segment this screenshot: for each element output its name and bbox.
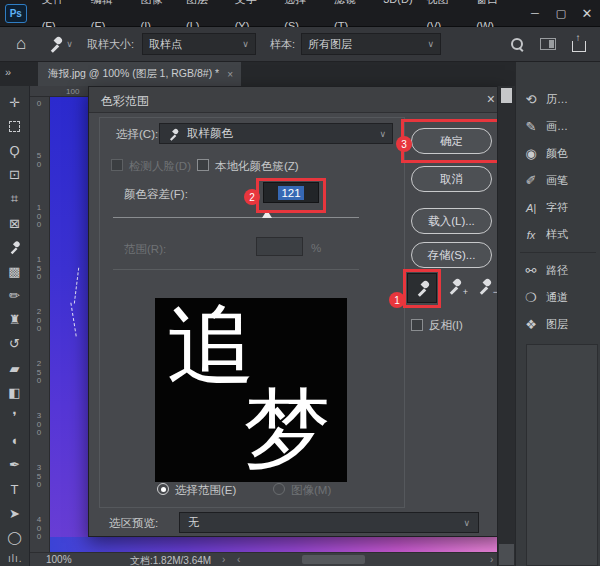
dialog-titlebar[interactable]: 色彩范围 × bbox=[89, 87, 504, 113]
menu-bar: Ps 文件(F)编辑(E)图像(I)图层(L)文字(Y)选择(S)滤镜(T)3D… bbox=[0, 0, 600, 27]
eraser-tool[interactable]: ▰ bbox=[3, 356, 27, 380]
document-tab[interactable]: 海报.jpg @ 100% (图层 1, RGB/8#) * × bbox=[38, 62, 241, 86]
panel-brush-settings[interactable]: ✎画… bbox=[516, 113, 600, 140]
cancel-button[interactable]: 取消 bbox=[411, 166, 492, 192]
panel-brushes[interactable]: ✐画笔 bbox=[516, 167, 600, 194]
invert-label: 反相(I) bbox=[429, 318, 463, 333]
type-tool[interactable]: T bbox=[3, 477, 27, 501]
history-brush-tool[interactable]: ↺ bbox=[3, 332, 27, 356]
clone-stamp-tool[interactable]: ♜ bbox=[3, 308, 27, 332]
canvas[interactable] bbox=[50, 97, 88, 552]
tab-bar: » 海报.jpg @ 100% (图层 1, RGB/8#) * × « bbox=[0, 62, 600, 86]
smudge-tool[interactable]: ❜ bbox=[3, 404, 27, 428]
image-radio-label: 图像(M) bbox=[291, 483, 331, 498]
scrollbar-block[interactable] bbox=[499, 544, 514, 565]
pen-tool[interactable]: ✒ bbox=[3, 453, 27, 477]
sample-size-value: 取样点 bbox=[149, 37, 182, 52]
window-controls: ─ ▢ ✕ bbox=[522, 0, 600, 27]
annotation-step-3: 3 bbox=[396, 136, 412, 152]
invert-checkbox[interactable] bbox=[411, 319, 423, 331]
shape-tool[interactable]: ◯ bbox=[3, 525, 27, 549]
ruler-label: 3 0 0 bbox=[33, 412, 45, 438]
select-label: 选择(C): bbox=[116, 127, 158, 142]
home-icon[interactable]: ⌂ bbox=[16, 34, 26, 54]
panel-styles-icon: fx bbox=[516, 229, 546, 241]
eyedropper-subtract-button[interactable]: − bbox=[477, 279, 492, 294]
selection-preview-value: 无 bbox=[188, 515, 199, 530]
ruler-label: 100 bbox=[66, 87, 79, 96]
panel-layers[interactable]: ❖图层 bbox=[516, 311, 600, 338]
gradient-tool[interactable]: ◧ bbox=[3, 380, 27, 404]
status-bar: 100% 文档:1.82M/3.64M › ‹ › bbox=[30, 552, 497, 566]
ruler-label: 5 0 bbox=[33, 152, 45, 169]
panel-styles-label: 样式 bbox=[546, 227, 568, 242]
scrollbar-thumb[interactable] bbox=[501, 88, 512, 103]
close-button[interactable]: ✕ bbox=[574, 0, 600, 27]
vertical-scrollbar[interactable] bbox=[497, 86, 515, 566]
chevron-right-icon[interactable]: › bbox=[490, 554, 493, 565]
healing-brush-tool[interactable]: ▩ bbox=[3, 259, 27, 283]
load-button[interactable]: 载入(L)... bbox=[411, 208, 492, 234]
chevron-right-icon[interactable]: › bbox=[222, 554, 225, 565]
search-icon[interactable] bbox=[510, 37, 524, 51]
range-unit: % bbox=[311, 242, 321, 254]
crop-tool[interactable]: ⌗ bbox=[3, 187, 27, 211]
panel-styles[interactable]: fx样式 bbox=[516, 221, 600, 248]
panel-color[interactable]: ◉颜色 bbox=[516, 140, 600, 167]
ruler-label: 0 bbox=[33, 100, 45, 109]
eyedropper-tool[interactable] bbox=[3, 235, 27, 259]
selection-radio[interactable] bbox=[157, 483, 169, 495]
frame-tool[interactable]: ⊠ bbox=[3, 211, 27, 235]
lasso-tool[interactable]: Ϙ bbox=[3, 138, 27, 162]
annotation-rect-ok bbox=[401, 119, 500, 163]
marquee-tool[interactable] bbox=[3, 114, 27, 138]
selection-marching-ants bbox=[74, 268, 86, 305]
image-radio[interactable] bbox=[273, 483, 285, 495]
horizontal-scrollbar-thumb[interactable] bbox=[302, 555, 365, 564]
zoom-level[interactable]: 100% bbox=[46, 554, 72, 565]
workspace-icon[interactable] bbox=[540, 38, 556, 50]
annotation-rect-eyedropper bbox=[403, 269, 441, 308]
panel-character-icon: A| bbox=[516, 202, 546, 214]
panel-color-label: 颜色 bbox=[546, 146, 568, 161]
canvas-gradient[interactable] bbox=[50, 537, 497, 552]
chevron-down-icon[interactable]: ∨ bbox=[66, 39, 73, 49]
brush-tool[interactable]: ✏ bbox=[3, 284, 27, 308]
save-button[interactable]: 存储(S)... bbox=[411, 242, 492, 268]
panel-dock: ⟲历…✎画…◉颜色✐画笔A|字符fx样式⚯路径❍通道❖图层 bbox=[515, 62, 600, 566]
panel-channels[interactable]: ❍通道 bbox=[516, 284, 600, 311]
selection-preview-thumbnail: 追 梦 bbox=[155, 298, 347, 482]
object-selection-tool[interactable]: ⊡ bbox=[3, 163, 27, 187]
maximize-button[interactable]: ▢ bbox=[548, 0, 574, 27]
chevron-left-icon[interactable]: ‹ bbox=[237, 554, 240, 565]
dodge-tool[interactable]: ◖ bbox=[3, 429, 27, 453]
eyedropper-icon[interactable] bbox=[48, 37, 63, 52]
dialog-close-icon[interactable]: × bbox=[487, 91, 495, 107]
path-select-tool[interactable]: ➤ bbox=[3, 501, 27, 525]
tool-strip: ✛Ϙ⊡⌗⊠▩✏♜↺▰◧❜◖✒T➤◯ bbox=[0, 86, 30, 566]
move-tool[interactable]: ✛ bbox=[3, 90, 27, 114]
panel-character[interactable]: A|字符 bbox=[516, 194, 600, 221]
sample-size-dropdown[interactable]: 取样点 ∨ bbox=[142, 33, 256, 55]
sample-label: 样本: bbox=[270, 37, 295, 52]
panel-character-label: 字符 bbox=[546, 200, 568, 215]
panel-paths[interactable]: ⚯路径 bbox=[516, 257, 600, 284]
panel-empty-area bbox=[526, 344, 598, 566]
tool-strip-collapse-icon[interactable]: » bbox=[5, 66, 11, 78]
options-bar: ⌂ ∨ 取样大小: 取样点 ∨ 样本: 所有图层 ∨ bbox=[0, 27, 600, 62]
minimize-button[interactable]: ─ bbox=[522, 0, 548, 27]
fuzziness-slider[interactable] bbox=[113, 217, 359, 218]
tab-close-icon[interactable]: × bbox=[227, 69, 233, 80]
eyedropper-add-button[interactable]: + bbox=[447, 279, 462, 294]
sample-size-label: 取样大小: bbox=[87, 37, 134, 52]
panel-channels-icon: ❍ bbox=[516, 290, 546, 305]
select-dropdown[interactable]: 取样颜色 ∨ bbox=[159, 123, 393, 144]
panel-history-label: 历… bbox=[546, 92, 568, 107]
document-tab-title: 海报.jpg @ 100% (图层 1, RGB/8#) * bbox=[48, 67, 219, 81]
share-icon[interactable] bbox=[572, 41, 586, 52]
localized-clusters-checkbox[interactable] bbox=[197, 159, 209, 171]
detect-faces-label: 检测人脸(D) bbox=[129, 159, 191, 174]
selection-preview-dropdown[interactable]: 无 ∨ bbox=[179, 512, 479, 533]
sample-dropdown[interactable]: 所有图层 ∨ bbox=[301, 33, 441, 55]
panel-history[interactable]: ⟲历… bbox=[516, 86, 600, 113]
